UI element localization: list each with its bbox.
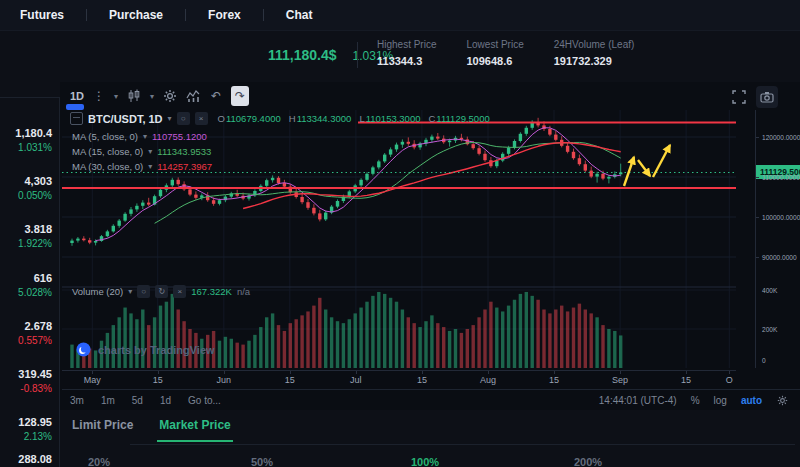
chevron-down-icon[interactable]: ▾: [128, 287, 132, 296]
market-item-price: 4,303: [18, 175, 52, 188]
symbol-name[interactable]: BTC/USDT, 1D: [88, 113, 163, 125]
price-axis-label: 120000.0000: [762, 133, 800, 142]
auto-scale-button[interactable]: auto: [741, 395, 762, 406]
chart-controls: 3m1m5d1dGo to... 14:44:01 (UTC-4) % log …: [62, 389, 800, 410]
ma-label[interactable]: MA (5, close, 0): [72, 131, 138, 142]
stat-value: 191732.329: [554, 55, 635, 67]
percent-option-100[interactable]: 100%: [411, 456, 439, 467]
market-item-change: -0.83%: [18, 381, 52, 396]
stat-label: Lowest Price: [466, 39, 523, 50]
camera-snapshot-icon[interactable]: [756, 86, 778, 108]
percent-option-20[interactable]: 20%: [88, 456, 110, 467]
price-axis-label: 100000.0000: [762, 213, 800, 222]
time-axis[interactable]: May15Jun15Jul15Aug15Sep15O: [62, 370, 736, 388]
topnav-tab-chat[interactable]: Chat: [286, 8, 313, 22]
market-list-item[interactable]: 2.6780.557%: [18, 320, 52, 348]
axis-tick: [756, 257, 759, 258]
menu-dots-icon[interactable]: ⋮: [93, 87, 105, 105]
interval-selector[interactable]: 1D: [70, 90, 84, 102]
chevron-down-icon[interactable]: ▾: [114, 92, 118, 101]
interval-button-go-to[interactable]: Go to...: [188, 395, 221, 406]
axis-tick: [620, 371, 621, 374]
volume-settings-icon[interactable]: ↻: [155, 285, 168, 298]
volume-eye-icon[interactable]: ○: [137, 285, 150, 298]
axis-tick: [756, 217, 759, 218]
ma-label[interactable]: MA (30, close, 0): [72, 161, 143, 172]
topnav-tab-forex[interactable]: Forex: [208, 8, 241, 22]
interval-button-1m[interactable]: 1m: [101, 395, 115, 406]
undo-icon[interactable]: ↶: [210, 87, 222, 105]
ma-legend-row: MA (15, close, 0)▾111343.9533: [72, 146, 211, 157]
volume-close-icon[interactable]: ×: [173, 285, 186, 298]
axis-tick: [356, 371, 357, 374]
redo-icon[interactable]: ↷: [231, 86, 249, 106]
market-list-item[interactable]: 1,180.41.031%: [15, 127, 52, 155]
legend-eye-icon[interactable]: ○: [177, 112, 190, 125]
chevron-down-icon[interactable]: ▾: [148, 147, 152, 156]
watermark-text: charts by TradingView: [98, 344, 215, 356]
market-list-item[interactable]: 319.45-0.83%: [18, 368, 52, 396]
market-item-change: 0.557%: [18, 333, 52, 348]
time-axis-label: 15: [417, 375, 427, 385]
interval-button-5d[interactable]: 5d: [132, 395, 143, 406]
divider: [185, 9, 186, 21]
chevron-down-icon[interactable]: ▾: [148, 162, 152, 171]
log-scale-button[interactable]: log: [714, 395, 727, 406]
tab-market-price[interactable]: Market Price: [157, 414, 232, 442]
topnav-tab-futures[interactable]: Futures: [20, 8, 64, 22]
time-axis-label: May: [84, 375, 101, 385]
axis-tick: [224, 371, 225, 374]
volume-axis-label: 400K: [762, 286, 777, 295]
volume-legend-row: Volume (20) ▾ ○ ↻ × 167.322K n/a: [72, 285, 250, 298]
market-item-price: 3.818: [18, 223, 52, 236]
ma-value: 110755.1200: [152, 131, 207, 142]
volume-axis-label: 0: [762, 356, 766, 365]
percent-scale-button[interactable]: %: [691, 395, 700, 406]
axis-tick: [756, 177, 759, 178]
last-price: 111,180.4$: [268, 47, 337, 63]
market-list-item[interactable]: 3.8181.922%: [18, 223, 52, 251]
volume-label[interactable]: Volume (20): [72, 286, 123, 297]
tradingview-watermark[interactable]: charts by TradingView: [76, 342, 215, 357]
clock-readout: 14:44:01 (UTC-4): [599, 395, 677, 406]
divider: [86, 9, 87, 21]
indicators-icon[interactable]: [186, 87, 201, 105]
stat-label: 24HVolume (Leaf): [554, 39, 635, 50]
market-list-sidebar: 1,180.41.031%4,3030.050%3.8181.922%6165.…: [0, 97, 60, 467]
chevron-down-icon[interactable]: ▾: [168, 114, 172, 123]
tab-limit-price[interactable]: Limit Price: [70, 414, 135, 442]
chevron-down-icon[interactable]: ▾: [143, 132, 147, 141]
price-axis-label: 110000.0000: [762, 173, 800, 182]
market-item-price: 288.08: [18, 453, 52, 466]
interval-button-3m[interactable]: 3m: [70, 395, 84, 406]
axis-tick: [686, 371, 687, 374]
market-list-item[interactable]: 4,3030.050%: [18, 175, 52, 203]
time-axis-label: Jun: [216, 375, 231, 385]
candle-style-icon[interactable]: [127, 87, 141, 105]
axis-settings-gear-icon[interactable]: [776, 391, 788, 409]
market-list-item[interactable]: 288.08: [18, 453, 52, 466]
legend-close-icon[interactable]: ×: [195, 112, 208, 125]
stat-value: 113344.3: [377, 55, 436, 67]
market-list-item[interactable]: 6165.028%: [18, 272, 52, 300]
chevron-down-icon[interactable]: ▾: [150, 92, 154, 101]
stat-label: Highest Price: [377, 39, 436, 50]
axis-tick: [756, 137, 759, 138]
market-item-change: 5.028%: [18, 285, 52, 300]
fullscreen-icon[interactable]: [732, 88, 746, 106]
axis-tick: [422, 371, 423, 374]
axis-tick: [92, 371, 93, 374]
market-list-item[interactable]: 128.952.13%: [18, 416, 52, 444]
chart-toolbar-right: [732, 86, 778, 108]
ma-label[interactable]: MA (15, close, 0): [72, 146, 143, 157]
collapse-legend-icon[interactable]: [70, 112, 83, 125]
interval-button-1d[interactable]: 1d: [160, 395, 171, 406]
topnav-tab-purchase[interactable]: Purchase: [109, 8, 163, 22]
settings-gear-icon[interactable]: [163, 87, 177, 105]
percent-option-200[interactable]: 200%: [574, 456, 602, 467]
percent-option-50[interactable]: 50%: [251, 456, 273, 467]
price-axis[interactable]: 111129.5000 120000.0000110000.0000100000…: [755, 110, 800, 368]
axis-tick: [729, 371, 730, 374]
market-item-change: 1.922%: [18, 236, 52, 251]
volume-value: 167.322K: [191, 286, 232, 297]
